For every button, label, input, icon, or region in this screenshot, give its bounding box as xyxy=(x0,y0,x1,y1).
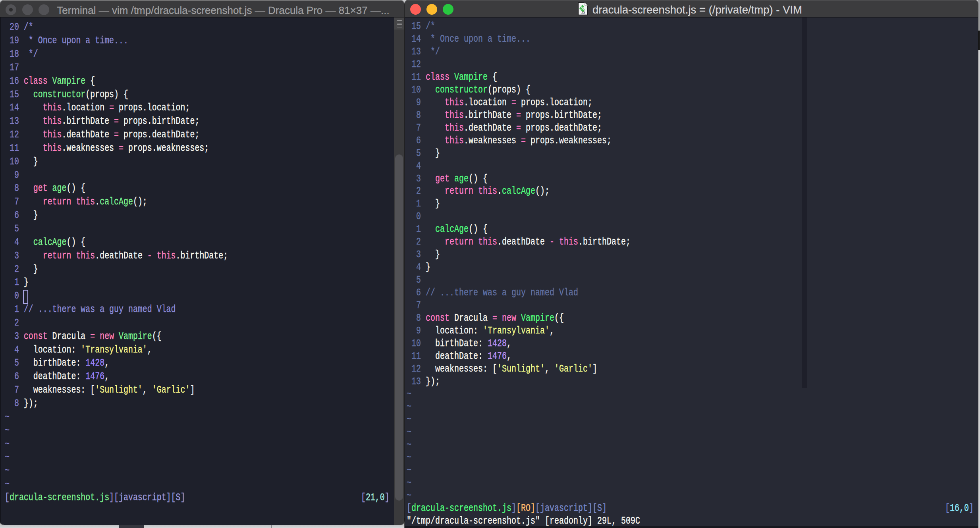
svg-text:JS: JS xyxy=(581,10,585,15)
